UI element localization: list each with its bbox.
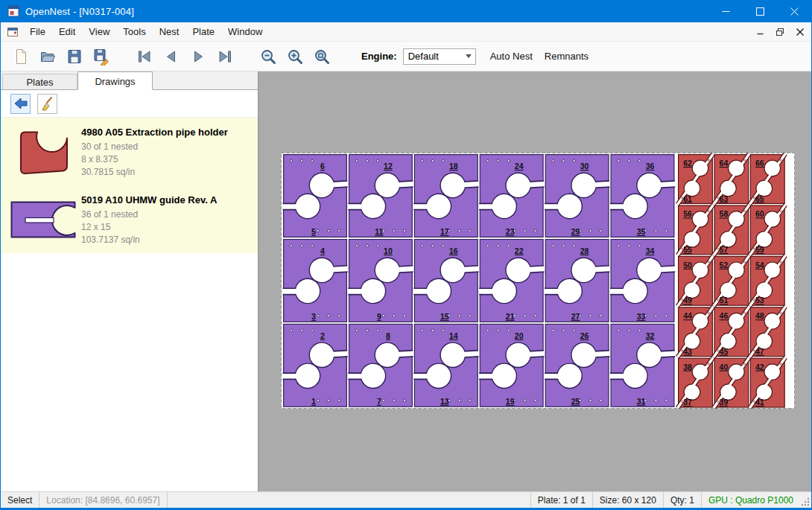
send-to-nest-button[interactable] [10,94,31,114]
nested-part-pair-purple[interactable]: 3433 [609,240,676,322]
nested-part-pair-red[interactable]: 5453 [749,255,785,306]
svg-text:64: 64 [720,159,729,168]
svg-text:13: 13 [440,397,449,406]
clear-button[interactable] [37,94,57,114]
last-plate-button[interactable] [212,44,238,69]
nested-part-pair-purple[interactable]: 2827 [544,240,610,322]
tab-drawings[interactable]: Drawings [77,71,153,90]
svg-text:7: 7 [377,397,381,406]
menu-nest[interactable]: Nest [153,22,186,42]
save-button[interactable] [62,44,87,69]
next-plate-button[interactable] [185,44,211,69]
open-button[interactable] [35,44,60,69]
nested-part-pair-purple[interactable]: 65 [282,155,348,238]
svg-text:54: 54 [755,261,764,270]
nested-part-pair-purple[interactable]: 1211 [347,155,413,238]
minimize-button[interactable] [708,0,743,22]
nested-part-pair-purple[interactable]: 1817 [413,155,479,238]
svg-text:26: 26 [580,331,589,340]
nested-part-pair-purple[interactable]: 1413 [413,324,479,407]
svg-text:33: 33 [637,312,646,321]
mdi-close-icon [796,28,804,36]
mdi-restore-button[interactable] [771,24,789,40]
svg-text:15: 15 [440,312,449,321]
chevron-down-icon [466,54,472,58]
previous-plate-button[interactable] [159,44,184,69]
svg-text:3: 3 [311,312,316,321]
nested-part-pair-red[interactable]: 5251 [714,255,749,306]
nested-part-pair-purple[interactable]: 21 [282,324,348,407]
mdi-close-button[interactable] [791,24,809,40]
engine-select[interactable]: Default [403,48,476,65]
nested-part-pair-red[interactable]: 4039 [714,357,749,408]
next-icon [189,48,207,66]
nested-part-pair-purple[interactable]: 2423 [478,155,545,238]
drawing-item-extraction-pipe-holder[interactable]: 4980 A05 Extraction pipe holder 30 of 1 … [1,118,258,185]
nested-part-pair-purple[interactable]: 2221 [478,240,545,322]
nested-part-pair-purple[interactable]: 2019 [478,324,545,407]
nested-part-pair-purple[interactable]: 2625 [544,324,610,407]
svg-text:37: 37 [683,398,692,407]
nested-part-pair-red[interactable]: 6665 [749,154,785,205]
nested-part-pair-purple[interactable]: 43 [282,240,348,322]
nested-part-pair-purple[interactable]: 3029 [544,155,610,238]
auto-nest-button[interactable]: Auto Nest [486,48,536,65]
zoom-fit-icon [313,48,331,66]
menu-window[interactable]: Window [221,22,269,42]
nested-part-pair-red[interactable]: 4443 [678,307,714,357]
nested-part-pair-red[interactable]: 5049 [678,255,714,306]
nested-part-pair-red[interactable]: 5655 [678,205,714,255]
menu-edit[interactable]: Edit [52,22,82,42]
status-separator [167,492,168,508]
nest-canvas[interactable]: 6512111817242330293635431091615222128273… [258,71,811,491]
nested-part-pair-red[interactable]: 6463 [714,154,749,205]
svg-text:48: 48 [755,311,764,320]
close-button[interactable] [777,0,811,22]
zoom-fit-button[interactable] [309,44,334,69]
resize-grip[interactable] [800,492,811,508]
drawing-item-text: 4980 A05 Extraction pipe holder 30 of 1 … [81,124,228,179]
svg-text:39: 39 [720,398,729,407]
new-button[interactable] [8,44,34,69]
mdi-minimize-button[interactable] [751,24,769,40]
maximize-button[interactable] [743,0,777,22]
svg-text:66: 66 [755,159,764,168]
nested-part-pair-red[interactable]: 4241 [749,357,785,408]
first-plate-button[interactable] [132,44,157,69]
drawing-item-text: 5019 A10 UHMW guide Rev. A 36 of 1 neste… [81,192,217,246]
nested-part-pair-purple[interactable]: 3635 [609,155,676,238]
nested-part-pair-red[interactable]: 6059 [749,205,785,255]
status-location: Location: [84.8696, 60.6957] [39,492,166,508]
title-bar: OpenNest - [N0317-004] [1,0,811,22]
nested-part-pair-purple[interactable]: 1615 [413,240,479,322]
menu-file[interactable]: File [23,22,52,42]
status-bar: Select Location: [84.8696, 60.6957] Plat… [1,491,811,508]
nested-part-pair-purple[interactable]: 87 [347,324,413,407]
save-as-button[interactable] [89,44,114,69]
nested-part-pair-red[interactable]: 3837 [678,357,714,408]
svg-text:42: 42 [755,363,764,372]
tab-plates[interactable]: Plates [2,74,77,89]
svg-text:44: 44 [683,311,692,320]
nested-part-pair-red[interactable]: 5857 [714,205,749,255]
nested-part-pair-red[interactable]: 4847 [749,307,785,357]
previous-icon [162,48,180,66]
svg-text:49: 49 [683,296,692,305]
drawing-item-uhmw-guide[interactable]: 5019 A10 UHMW guide Rev. A 36 of 1 neste… [1,185,258,253]
zoom-out-button[interactable] [256,44,281,69]
menu-bar: File Edit View Tools Nest Plate Window [1,22,811,42]
nested-part-pair-red[interactable]: 6261 [678,154,714,205]
nested-part-pair-purple[interactable]: 3231 [609,324,676,407]
drawing-size: 8 x 8.375 [81,153,228,166]
first-icon [136,48,153,66]
remnants-button[interactable]: Remnants [541,48,592,65]
svg-text:11: 11 [375,227,383,236]
menu-tools[interactable]: Tools [116,22,152,42]
menu-view[interactable]: View [82,22,116,42]
zoom-in-button[interactable] [282,44,308,69]
nested-part-pair-purple[interactable]: 109 [347,240,413,322]
plate-canvas[interactable]: 6512111817242330293635431091615222128273… [281,153,795,409]
menu-plate[interactable]: Plate [185,22,221,42]
nested-part-pair-red[interactable]: 4645 [714,307,749,357]
svg-text:57: 57 [720,245,729,254]
